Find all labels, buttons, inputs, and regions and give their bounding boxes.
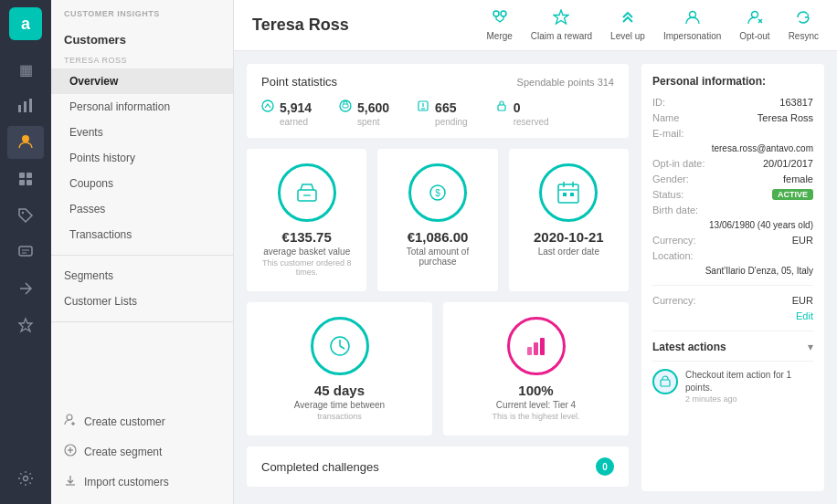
- personal-info-title: Personal information:: [652, 75, 813, 88]
- opt-in-label: Opt-in date:: [652, 158, 705, 169]
- latest-actions-header[interactable]: Latest actions ▾: [652, 341, 813, 353]
- resync-icon: [795, 9, 811, 29]
- metric-order-date: 2020-10-21 Last order date: [509, 149, 629, 291]
- info-location: Location:: [652, 250, 813, 261]
- sidebar-item-coupons[interactable]: Coupons: [51, 171, 233, 196]
- svg-rect-35: [558, 184, 578, 203]
- merge-button[interactable]: Merge: [486, 9, 512, 41]
- svg-point-25: [262, 100, 273, 111]
- stats-row: 5,914 earned 5,600 spent: [261, 100, 614, 127]
- info-email-label: E-mail:: [652, 128, 813, 139]
- svg-rect-7: [26, 180, 32, 185]
- name-value: Teresa Ross: [758, 112, 813, 123]
- import-customers-action[interactable]: Import customers: [51, 467, 233, 497]
- resync-label: Resync: [789, 31, 819, 41]
- stat-spent: 5,600 spent: [339, 100, 389, 127]
- sidebar-item-segments[interactable]: Segments: [51, 263, 233, 289]
- import-customers-icon: [64, 474, 77, 489]
- stat-reserved: 0 reserved: [495, 100, 549, 127]
- action-text: Checkout item action for 1 points.: [685, 369, 813, 394]
- metric-purchase: $ €1,086.00 Total amount of purchase: [377, 149, 497, 291]
- svg-rect-45: [534, 342, 538, 355]
- impersonation-label: Impersonation: [663, 31, 721, 41]
- metric-order-date-circle: [539, 163, 598, 222]
- nav-item-tags[interactable]: [7, 199, 44, 232]
- id-value: 163817: [779, 97, 813, 108]
- stat-earned: 5,914 earned: [261, 100, 312, 127]
- metric-time-circle: [311, 317, 369, 375]
- nav-bar: a ▦: [0, 0, 51, 504]
- svg-rect-46: [540, 338, 545, 355]
- nav-item-customers[interactable]: [7, 126, 44, 159]
- create-customer-label: Create customer: [84, 415, 165, 428]
- metric-time-sub: transactions: [317, 412, 362, 421]
- metric-level-value: 100%: [518, 383, 553, 398]
- create-segment-action[interactable]: Create segment: [51, 436, 233, 467]
- sidebar-item-transactions[interactable]: Transactions: [51, 222, 233, 247]
- nav-logo[interactable]: a: [9, 7, 42, 40]
- merge-label: Merge: [486, 31, 512, 41]
- id-label: ID:: [652, 97, 665, 108]
- level-up-label: Level up: [610, 31, 645, 41]
- sidebar-item-customer-lists[interactable]: Customer Lists: [51, 289, 233, 314]
- email-label: E-mail:: [652, 128, 683, 139]
- metric-level-circle: [507, 317, 566, 375]
- nav-item-messages[interactable]: [7, 236, 44, 268]
- level-up-button[interactable]: Level up: [610, 9, 645, 41]
- point-stats-card: Point statistics Spendable points 314 5,…: [247, 64, 629, 138]
- create-segment-label: Create segment: [84, 446, 162, 458]
- sidebar-customers-title[interactable]: Customers: [51, 24, 233, 50]
- svg-point-26: [340, 100, 351, 111]
- create-segment-icon: [64, 444, 77, 459]
- sidebar-item-points-history[interactable]: Points history: [51, 145, 233, 171]
- nav-item-rewards[interactable]: [7, 309, 44, 341]
- sidebar-item-passes[interactable]: Passes: [51, 196, 233, 222]
- svg-rect-1: [24, 101, 26, 112]
- metrics-grid-1: €135.75 average basket value This custom…: [247, 149, 629, 291]
- sidebar-item-personal-info[interactable]: Personal information: [51, 94, 233, 120]
- email-value: teresa.ross@antavo.com: [652, 143, 813, 153]
- svg-rect-40: [570, 193, 574, 196]
- info-birth: Birth date:: [652, 205, 813, 215]
- claim-reward-button[interactable]: Claim a reward: [531, 9, 592, 41]
- birth-label: Birth date:: [652, 205, 698, 215]
- nav-item-settings[interactable]: [7, 462, 44, 495]
- challenges-title: Completed challenges: [261, 460, 379, 474]
- impersonation-button[interactable]: Impersonation: [663, 9, 721, 41]
- metric-purchase-value: €1,086.00: [408, 229, 469, 245]
- svg-marker-10: [19, 319, 32, 331]
- svg-rect-9: [19, 247, 32, 256]
- svg-point-11: [24, 477, 28, 481]
- metric-order-date-value: 2020-10-21: [534, 229, 604, 245]
- nav-item-flows[interactable]: [7, 272, 44, 305]
- opt-out-button[interactable]: Opt-out: [739, 9, 769, 41]
- sidebar-app-label: CUSTOMER INSIGHTS: [51, 0, 233, 24]
- sidebar-item-events[interactable]: Events: [51, 120, 233, 145]
- nav-item-segments[interactable]: [7, 163, 44, 195]
- info-gender: Gender: female: [652, 173, 813, 184]
- spendable-points: Spendable points 314: [517, 77, 614, 88]
- pending-label: pending: [435, 117, 468, 127]
- info-id: ID: 163817: [652, 97, 813, 108]
- completed-challenges-card: Completed challenges 0: [247, 446, 629, 487]
- svg-rect-4: [19, 173, 25, 178]
- create-customer-action[interactable]: Create customer: [51, 406, 233, 436]
- metric-order-date-label: Last order date: [538, 247, 599, 257]
- header-actions: Merge Claim a reward Level up Impersonat…: [486, 9, 819, 41]
- pending-icon: [417, 100, 429, 115]
- currency2-label: Currency:: [652, 295, 696, 306]
- reserved-label: reserved: [514, 117, 549, 127]
- resync-button[interactable]: Resync: [789, 9, 819, 41]
- nav-item-dashboard[interactable]: ▦: [7, 53, 44, 86]
- svg-rect-39: [563, 193, 567, 196]
- nav-item-analytics[interactable]: [7, 89, 44, 122]
- merge-icon: [492, 9, 508, 29]
- svg-rect-5: [26, 173, 32, 178]
- claim-reward-label: Claim a reward: [531, 31, 592, 41]
- edit-link[interactable]: Edit: [652, 310, 813, 321]
- sidebar-item-overview[interactable]: Overview: [51, 68, 233, 94]
- svg-rect-31: [498, 105, 505, 110]
- gender-label: Gender:: [652, 173, 689, 184]
- gender-value: female: [783, 173, 813, 184]
- currency-label: Currency:: [652, 235, 696, 246]
